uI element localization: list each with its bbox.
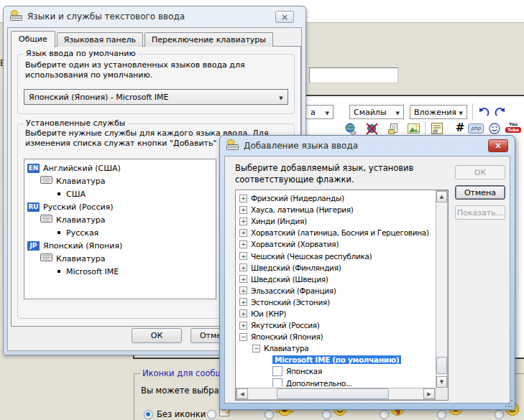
- tree-row[interactable]: Эстонский (Эстония): [236, 297, 435, 308]
- scroll-up-icon[interactable]: [436, 191, 447, 202]
- tab-language-bar[interactable]: Языковая панель: [57, 32, 143, 47]
- undo-icon[interactable]: [477, 105, 491, 119]
- attachments-select-value: Вложения: [414, 108, 456, 117]
- language-node[interactable]: RU Русский (Россия): [24, 200, 216, 213]
- expand-icon[interactable]: [239, 218, 247, 225]
- layout-node[interactable]: США: [24, 187, 216, 200]
- expand-icon[interactable]: [239, 322, 247, 330]
- default-language-combobox[interactable]: Японский (Япония) - Microsoft IME: [24, 89, 288, 105]
- layout-node[interactable]: Русская: [24, 226, 216, 239]
- language-node[interactable]: JP Японский (Япония): [24, 239, 216, 252]
- chevron-down-icon: [275, 93, 288, 102]
- close-icon[interactable]: ×: [488, 139, 508, 152]
- expand-icon[interactable]: [239, 286, 247, 294]
- tree-row[interactable]: Якутский (Россия): [236, 319, 435, 331]
- icon-radio[interactable]: [265, 410, 274, 419]
- remove-link-icon[interactable]: [364, 121, 379, 136]
- language-node[interactable]: EN Английский (США): [24, 162, 216, 174]
- keyboard-node[interactable]: Клавиатура: [24, 174, 216, 187]
- show-button[interactable]: Показать...: [455, 205, 505, 220]
- tree-row[interactable]: Хорватский (латиница, Босния и Герцегови…: [236, 227, 435, 238]
- keyboard-node[interactable]: Клавиатура: [24, 252, 216, 265]
- tree-row-japanese-layout[interactable]: Японская: [236, 365, 435, 377]
- keyboard-icon: [40, 215, 52, 225]
- resize-grip[interactable]: [504, 398, 512, 407]
- tree-row[interactable]: Чешский (Чешская республика): [236, 250, 435, 261]
- tree-row[interactable]: Юи (КНР): [236, 308, 435, 319]
- smilies-select[interactable]: Смайлы: [349, 105, 404, 119]
- tree-row-msime-selected[interactable]: Microsoft IME (по умолчанию): [236, 354, 435, 365]
- subject-input[interactable]: [309, 67, 398, 83]
- expand-icon[interactable]: [239, 241, 247, 248]
- vertical-scroll-thumb[interactable]: [436, 357, 447, 374]
- tree-row[interactable]: Хауса, латиница (Нигерия): [236, 204, 435, 215]
- tree-row[interactable]: Шведский (Швеция): [236, 274, 435, 285]
- tree-label: Хорватский (латиница, Босния и Герцегови…: [251, 228, 429, 237]
- tree-row[interactable]: Фризский (Нидерланды): [236, 192, 435, 204]
- expand-icon[interactable]: [239, 195, 247, 202]
- tree-row[interactable]: Эльзасский (Франция): [236, 285, 435, 297]
- installed-services-legend: Установленные службы: [24, 118, 127, 128]
- expand-icon[interactable]: [239, 229, 247, 237]
- tree-label: Японская: [286, 367, 322, 375]
- icon-radio[interactable]: [207, 410, 216, 419]
- tab-general[interactable]: Общие: [11, 31, 55, 47]
- text-services-titlebar[interactable]: Языки и службы текстового ввода: [4, 6, 305, 27]
- edit-document-icon[interactable]: [386, 121, 400, 136]
- icon-radio[interactable]: [495, 410, 504, 419]
- collapse-icon[interactable]: [252, 345, 260, 353]
- tree-label: Клавиатура: [56, 177, 106, 186]
- expand-icon[interactable]: [239, 275, 247, 283]
- horizontal-scrollbar[interactable]: [236, 388, 436, 400]
- add-language-titlebar[interactable]: Добавление языка ввода: [220, 136, 515, 155]
- tree-row-more[interactable]: Дополнительно...: [236, 378, 435, 388]
- insert-link-icon[interactable]: [343, 121, 357, 136]
- scroll-left-icon[interactable]: [236, 388, 248, 399]
- ok-button[interactable]: ОК: [132, 328, 182, 343]
- tree-label-selected: Microsoft IME (по умолчанию): [272, 355, 401, 364]
- icon-radio[interactable]: [322, 410, 331, 419]
- bullet-icon: [58, 270, 60, 273]
- tree-label: Японский (Япония): [251, 332, 323, 341]
- expand-icon[interactable]: [239, 309, 247, 317]
- expand-icon[interactable]: [239, 298, 247, 306]
- insert-smiley-icon[interactable]: [487, 121, 502, 136]
- collapse-icon[interactable]: [239, 333, 247, 341]
- icon-radio[interactable]: [437, 410, 446, 419]
- vertical-scrollbar[interactable]: [436, 190, 448, 388]
- expand-icon[interactable]: [239, 206, 247, 214]
- language-tree[interactable]: Фризский (Нидерланды) Хауса, латиница (Н…: [235, 190, 449, 401]
- tree-label: Юи (КНР): [251, 309, 286, 318]
- scroll-right-icon[interactable]: [423, 388, 435, 399]
- tree-row-japanese[interactable]: Японский (Япония): [236, 331, 435, 342]
- hash-icon[interactable]: #: [453, 121, 467, 135]
- tab-strip: Общие Языковая панель Переключение клави…: [11, 31, 275, 47]
- tree-row[interactable]: Хорватский (Хорватия): [236, 238, 435, 250]
- layout-node[interactable]: Microsoft IME: [24, 265, 216, 278]
- scroll-down-icon[interactable]: [436, 376, 447, 388]
- attachments-select[interactable]: Вложения: [410, 105, 467, 119]
- expand-icon[interactable]: [239, 263, 247, 271]
- tab-key-switching[interactable]: Переключение клавиатуры: [144, 32, 273, 47]
- keyboard-node[interactable]: Клавиатура: [24, 213, 216, 226]
- horizontal-scroll-thumb[interactable]: [277, 388, 389, 399]
- no-icon-radio[interactable]: [144, 410, 153, 419]
- close-icon[interactable]: ×: [275, 11, 294, 23]
- insert-form-icon[interactable]: [430, 121, 444, 136]
- checkbox-unchecked[interactable]: [272, 366, 282, 376]
- cancel-button[interactable]: Отмена: [455, 185, 505, 200]
- default-language-description: Выберите один из установленных языков вв…: [25, 60, 293, 80]
- tree-row[interactable]: Шведский (Финляндия): [236, 262, 435, 274]
- tree-label: Русская: [66, 228, 98, 238]
- redo-icon[interactable]: [492, 105, 507, 119]
- tree-row-keyboard[interactable]: Клавиатура: [236, 342, 435, 354]
- expand-icon[interactable]: [239, 252, 247, 260]
- ok-button[interactable]: ОК: [455, 165, 505, 179]
- checkbox-unchecked[interactable]: [272, 378, 282, 387]
- php-code-icon[interactable]: php: [469, 121, 483, 136]
- icon-radio[interactable]: [380, 410, 389, 419]
- youtube-icon[interactable]: You Tube: [504, 120, 523, 134]
- insert-image-icon[interactable]: [406, 121, 420, 136]
- tree-row[interactable]: Хинди (Индия): [236, 215, 435, 227]
- installed-services-list[interactable]: EN Английский (США) Клавиатура США R: [24, 159, 216, 299]
